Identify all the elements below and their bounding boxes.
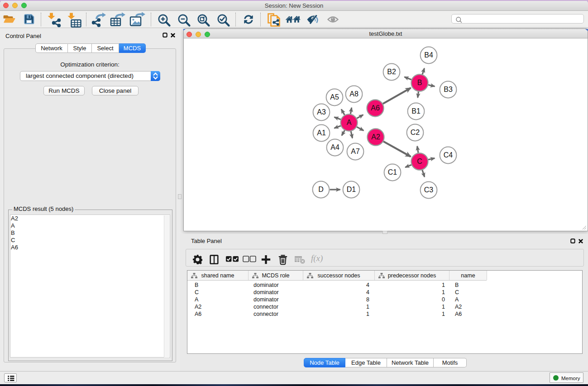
svg-text:B2: B2 <box>387 68 396 76</box>
svg-text:A8: A8 <box>349 90 359 98</box>
svg-text:D1: D1 <box>347 186 356 193</box>
svg-text:B3: B3 <box>444 86 453 93</box>
svg-text:C2: C2 <box>411 129 420 136</box>
svg-text:C3: C3 <box>424 186 434 194</box>
svg-text:C1: C1 <box>388 168 397 176</box>
svg-text:C: C <box>417 157 422 165</box>
svg-text:A3: A3 <box>317 108 326 116</box>
svg-text:C4: C4 <box>444 151 453 159</box>
svg-text:A1: A1 <box>317 129 326 137</box>
svg-text:A7: A7 <box>351 148 360 155</box>
svg-text:A5: A5 <box>330 93 339 101</box>
svg-text:B1: B1 <box>411 107 421 115</box>
svg-text:A2: A2 <box>371 133 380 141</box>
svg-text:A: A <box>347 119 352 126</box>
svg-text:A4: A4 <box>330 143 339 151</box>
svg-text:A6: A6 <box>371 104 380 112</box>
svg-text:B: B <box>417 79 422 86</box>
svg-text:B4: B4 <box>424 51 433 59</box>
svg-text:D: D <box>318 186 324 193</box>
